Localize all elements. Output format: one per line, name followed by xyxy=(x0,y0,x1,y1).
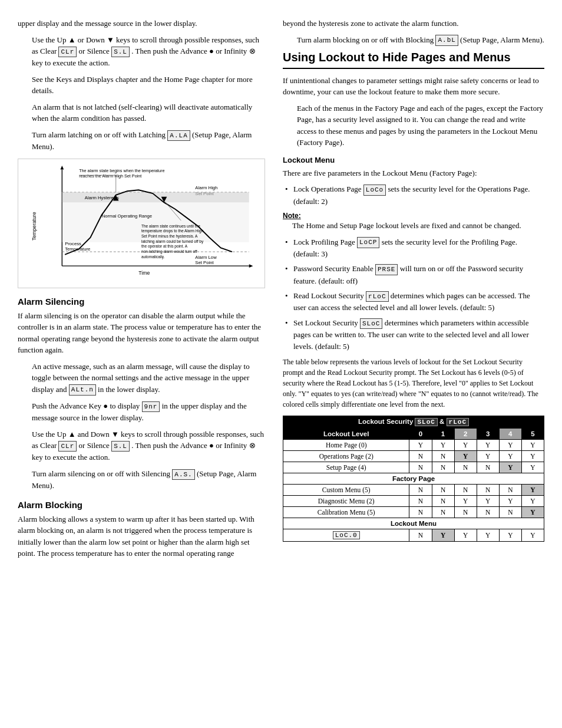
blocking-p1: Alarm blocking allows a system to warm u… xyxy=(18,513,265,559)
loco-symbol: LoCo xyxy=(363,185,386,196)
lockout-menu-intro: There are five parameters in the Lockout… xyxy=(283,167,544,179)
table-row: Calibration Menu (5) N N N N N Y xyxy=(283,507,544,518)
svg-text:reaches the Alarm High Set Poi: reaches the Alarm High Set Point xyxy=(79,173,141,179)
see-keys-para: See the Keys and Displays chapter and th… xyxy=(32,74,265,97)
svg-text:Temperature: Temperature xyxy=(65,246,90,252)
left-column: upper display and the message source in … xyxy=(18,18,265,716)
intro-para1: upper display and the message source in … xyxy=(18,18,265,29)
col-0: 0 xyxy=(409,429,432,440)
table-row: Custom Menu (5) N N N N N Y xyxy=(283,485,544,496)
cell-label: Calibration Menu (5) xyxy=(283,507,409,518)
scroll-para: Use the Up ▲ or Down ▼ keys to scroll th… xyxy=(32,34,265,69)
rloc-symbol: rLoC xyxy=(366,291,388,302)
col-1: 1 xyxy=(432,429,454,440)
lockout-table: Lockout Security SLoC & rLoC Lockout Lev… xyxy=(283,416,544,542)
push-advance-para: Push the Advance Key ● to display 9nr in… xyxy=(32,400,265,424)
bullet-3: Password Security Enable PRSE will turn … xyxy=(283,263,544,286)
clr-symbol: CLr xyxy=(58,47,77,58)
silencing-p1: If alarm silencing is on the operator ca… xyxy=(18,310,265,356)
svg-text:Time: Time xyxy=(138,269,150,275)
alarm-chart: Temperature Alarm High Set Point Alarm L… xyxy=(18,159,265,288)
lockout-menu-section: Lockout Menu xyxy=(283,518,544,529)
right-column: beyond the hysteresis zone to activate t… xyxy=(283,18,544,716)
svg-marker-2 xyxy=(249,264,253,268)
bullet-1: Lock Operations Page LoCo sets the secur… xyxy=(283,183,544,207)
lockout-menu-heading: Lockout Menu xyxy=(283,156,544,164)
lockout-intro-p1: If unintentional changes to parameter se… xyxy=(283,75,544,98)
svg-text:temperature drops to the Alarm: temperature drops to the Alarm High xyxy=(141,229,204,233)
lockout-intro-p2: Each of the menus in the Factory Page an… xyxy=(297,103,544,149)
turn-latching-para: Turn alarm latching on or off with Latch… xyxy=(32,129,265,153)
table-row: Diagnostic Menu (2) N N Y Y Y Y xyxy=(283,496,544,507)
svg-text:Set Point: Set Point xyxy=(195,260,214,265)
big-heading: Using Lockout to Hide Pages and Menus xyxy=(283,51,544,69)
9nr-symbol: 9nr xyxy=(142,401,160,413)
lat-symbol: A.LA xyxy=(167,130,190,141)
table-row: LoC.0 N Y Y Y Y Y xyxy=(283,529,544,542)
sil-symbol2: S.L xyxy=(111,441,130,452)
factory-page-section: Factory Page xyxy=(283,473,544,485)
table-row: Home Page (0) Y Y Y Y Y Y xyxy=(283,440,544,451)
svg-text:Normal Operating Range: Normal Operating Range xyxy=(102,213,152,219)
cell-label: Custom Menu (5) xyxy=(283,485,409,496)
rloc-table-sym: rLoC xyxy=(447,418,469,426)
svg-text:the operator at this point. A: the operator at this point. A xyxy=(141,244,188,249)
alarm-latching-para: An alarm that is not latched (self-clear… xyxy=(32,101,265,124)
svg-text:latching alarm could be turned: latching alarm could be turned off by xyxy=(141,239,204,243)
loco-table-sym: LoC.0 xyxy=(333,531,360,539)
turn-silencing-para: Turn alarm silencing on or off with Sile… xyxy=(32,468,265,492)
turn-blocking-para: Turn alarm blocking on or off with Block… xyxy=(297,34,544,46)
lockout-bullets: Lock Operations Page LoCo sets the secur… xyxy=(283,183,544,207)
alarm-silencing-heading: Alarm Silencing xyxy=(18,297,265,307)
alarm-chart-svg: Temperature Alarm High Set Point Alarm L… xyxy=(23,164,260,283)
note-box: Note: The Home and Setup Page lockout le… xyxy=(283,212,544,232)
svg-text:The alarm state continues unti: The alarm state continues until the xyxy=(141,223,200,228)
svg-text:automatically.: automatically. xyxy=(141,254,165,259)
col-2: 2 xyxy=(454,429,477,440)
col-lockout-level: Lockout Level xyxy=(283,429,409,440)
beyond-hysteresis: beyond the hysteresis zone to activate t… xyxy=(283,18,544,29)
altn-symbol: ALt.n xyxy=(69,384,96,396)
rs-symbol: A.S. xyxy=(172,469,194,480)
bullet-5: Set Lockout Security SLoC determines whi… xyxy=(283,317,544,352)
svg-text:non-latching alarm would turn : non-latching alarm would turn off xyxy=(141,249,197,254)
note-text: The Home and Setup Page lockout levels a… xyxy=(292,220,544,232)
sil-symbol: S.L xyxy=(111,47,130,58)
rbl-symbol: A.bL xyxy=(435,35,458,46)
sloc-symbol: SLoC xyxy=(360,318,382,330)
table-desc: The table below represents the various l… xyxy=(283,357,544,410)
table-row: Operations Page (2) N N Y Y Y Y xyxy=(283,451,544,462)
clr-symbol2: CLr xyxy=(58,441,77,452)
table-caption: Lockout Security SLoC & rLoC xyxy=(283,416,544,429)
alarm-blocking-heading: Alarm Blocking xyxy=(18,500,265,510)
svg-text:Alarm High: Alarm High xyxy=(195,185,217,190)
col-3: 3 xyxy=(477,429,499,440)
use-up-down-para: Use the Up ▲ and Down ▼ keys to scroll t… xyxy=(32,429,265,463)
bullet-2: Lock Profiling Page LoCP sets the securi… xyxy=(283,236,544,260)
svg-text:Alarm Low: Alarm Low xyxy=(195,254,217,259)
svg-text:Process: Process xyxy=(65,241,81,246)
note-label: Note: xyxy=(283,212,544,220)
col-4: 4 xyxy=(499,429,521,440)
sloc-table-sym: SLoC xyxy=(415,418,437,426)
silencing-p2: An active message, such as an alarm mess… xyxy=(32,361,265,396)
locp-symbol: LoCP xyxy=(357,237,379,248)
svg-text:Set Point minus the hysteresis: Set Point minus the hysteresis. A xyxy=(141,234,198,239)
cell-label: Operations Page (2) xyxy=(283,451,409,462)
lockout-bullets-2: Lock Profiling Page LoCP sets the securi… xyxy=(283,236,544,353)
prse-symbol: PRSE xyxy=(375,264,398,275)
svg-text:Temperature: Temperature xyxy=(31,212,37,241)
svg-marker-3 xyxy=(60,165,64,169)
col-5: 5 xyxy=(521,429,544,440)
cell-loco-sym: LoC.0 xyxy=(283,529,409,542)
table-row: Setup Page (4) N N N N Y Y xyxy=(283,462,544,473)
cell-label: Diagnostic Menu (2) xyxy=(283,496,409,507)
cell-label: Setup Page (4) xyxy=(283,462,409,473)
bullet-4: Read Lockout Security rLoC determines wh… xyxy=(283,290,544,314)
cell-label: Home Page (0) xyxy=(283,440,409,451)
svg-text:The alarm state begins when th: The alarm state begins when the temperat… xyxy=(79,168,164,173)
